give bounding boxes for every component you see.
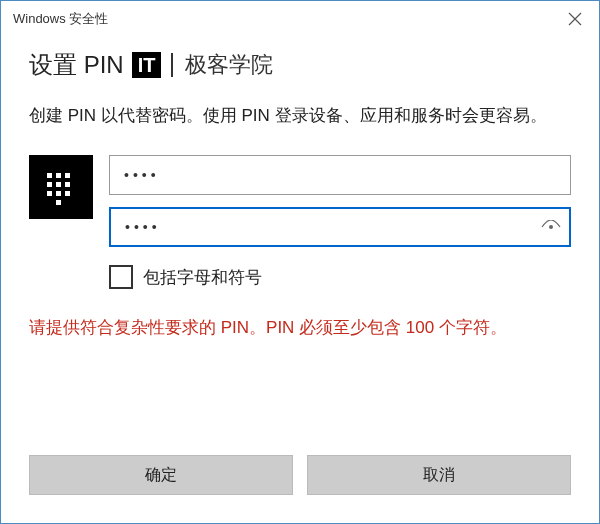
svg-rect-5 [65, 182, 70, 187]
pin-input-new[interactable] [109, 155, 571, 195]
include-letters-checkbox[interactable] [109, 265, 133, 289]
pin-pad-icon [29, 155, 93, 219]
dialog-description: 创建 PIN 以代替密码。使用 PIN 登录设备、应用和服务时会更容易。 [29, 103, 571, 129]
brand-badge: IT [132, 52, 162, 78]
pin-area: 包括字母和符号 [29, 155, 571, 289]
close-icon [568, 12, 582, 26]
heading-row: 设置 PIN IT 极客学院 [29, 49, 571, 81]
dialog-heading: 设置 PIN [29, 49, 124, 81]
pin-fields: 包括字母和符号 [109, 155, 571, 289]
svg-rect-1 [56, 173, 61, 178]
close-button[interactable] [551, 1, 599, 37]
svg-rect-3 [47, 182, 52, 187]
checkbox-row: 包括字母和符号 [109, 265, 571, 289]
pin-input-confirm[interactable] [109, 207, 571, 247]
window-title: Windows 安全性 [13, 10, 108, 28]
svg-rect-2 [65, 173, 70, 178]
brand-separator [171, 53, 173, 77]
svg-rect-4 [56, 182, 61, 187]
dialog-content: 设置 PIN IT 极客学院 创建 PIN 以代替密码。使用 PIN 登录设备、… [1, 37, 599, 455]
spacer [29, 342, 571, 455]
cancel-button[interactable]: 取消 [307, 455, 571, 495]
svg-rect-0 [47, 173, 52, 178]
button-row: 确定 取消 [1, 455, 599, 523]
svg-rect-6 [47, 191, 52, 196]
svg-rect-8 [65, 191, 70, 196]
reveal-password-icon[interactable] [541, 217, 561, 237]
ok-button[interactable]: 确定 [29, 455, 293, 495]
svg-point-10 [549, 225, 553, 229]
titlebar: Windows 安全性 [1, 1, 599, 37]
checkbox-label: 包括字母和符号 [143, 266, 262, 289]
svg-rect-7 [56, 191, 61, 196]
pin-input-wrap-1 [109, 155, 571, 195]
error-message: 请提供符合复杂性要求的 PIN。PIN 必须至少包含 100 个字符。 [29, 315, 571, 341]
svg-rect-9 [56, 200, 61, 205]
brand-text: 极客学院 [185, 50, 273, 80]
security-dialog: Windows 安全性 设置 PIN IT 极客学院 创建 PIN 以代替密码。… [0, 0, 600, 524]
pin-input-wrap-2 [109, 207, 571, 247]
